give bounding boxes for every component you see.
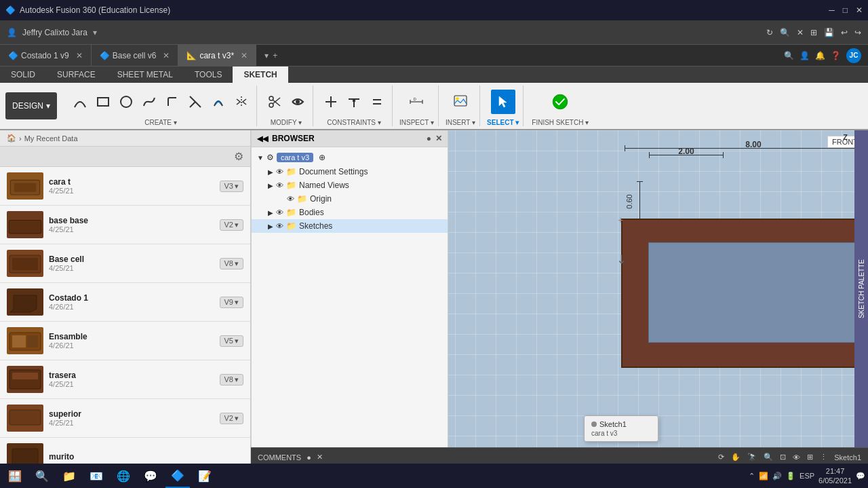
taskbar-browser[interactable]: 🌐 <box>111 464 136 488</box>
user-name[interactable]: Jeffry Calixto Jara <box>22 28 87 37</box>
browser-pin-icon[interactable]: ● <box>427 134 431 143</box>
finish-sketch-btn[interactable] <box>549 91 571 113</box>
close-button[interactable]: ✕ <box>856 5 863 15</box>
tab-costado1[interactable]: 🔷 Costado 1 v9 ✕ <box>0 45 92 66</box>
insert-image-btn[interactable] <box>450 92 471 111</box>
taskbar-keyboard[interactable]: ESP <box>800 472 814 480</box>
horizontal-constraint[interactable] <box>343 92 365 111</box>
browser-named-views[interactable]: ▶ 👁 📁 Named Views <box>252 179 448 192</box>
taskbar-word[interactable]: 📝 <box>193 464 217 488</box>
home-icon[interactable]: 🏠 <box>7 134 16 143</box>
list-item[interactable]: superior 4/25/21 V2 ▾ <box>0 399 250 438</box>
browser-collapse-icon[interactable]: ◀◀ <box>257 134 268 143</box>
root-power-icon[interactable]: ⊕ <box>319 153 326 162</box>
comments-close[interactable]: ✕ <box>317 453 323 462</box>
fillet-tool[interactable] <box>161 92 183 111</box>
browser-origin[interactable]: ▶ 👁 📁 Origin <box>252 192 448 206</box>
list-item[interactable]: base base 4/25/21 V2 ▾ <box>0 206 250 244</box>
orbit-icon[interactable]: 🔭 <box>747 453 757 462</box>
user-info[interactable]: 👤 Jeffry Calixto Jara ▾ <box>7 28 97 37</box>
tab-close-carat[interactable]: ✕ <box>241 51 248 60</box>
minimize-button[interactable]: ─ <box>829 5 835 15</box>
mirror-tool[interactable] <box>231 92 252 111</box>
browser-sketches[interactable]: ▶ 👁 📁 Sketches <box>252 219 448 233</box>
maximize-button[interactable]: □ <box>843 5 848 15</box>
list-item[interactable]: Base cell 4/25/21 V8 ▾ <box>0 244 250 283</box>
nav-cube-icon[interactable]: ⟳ <box>718 453 724 462</box>
list-item[interactable]: Costado 1 4/26/21 V9 ▾ <box>0 283 250 322</box>
circle-tool[interactable] <box>115 92 137 111</box>
search-icon[interactable]: 🔍 <box>780 28 790 37</box>
coincident-constraint[interactable] <box>320 92 342 111</box>
grid-icon[interactable]: ⊞ <box>810 28 817 37</box>
eye-icon[interactable]: 👁 <box>276 222 283 230</box>
design-dropdown[interactable]: DESIGN ▾ <box>5 92 57 119</box>
spline-tool[interactable] <box>138 92 160 111</box>
tab-sketch[interactable]: SKETCH <box>233 67 288 83</box>
dimension-tool[interactable]: D <box>406 92 427 111</box>
taskbar-notification[interactable]: 💬 <box>856 472 865 481</box>
select-btn[interactable] <box>491 90 515 114</box>
display-icon[interactable]: ⊞ <box>807 453 813 462</box>
taskbar-fusion360[interactable]: 🔷 <box>165 464 190 488</box>
taskbar-teams[interactable]: 💬 <box>138 464 163 488</box>
taskbar-search[interactable]: 🔍 <box>30 464 54 488</box>
tab-sheetmetal[interactable]: SHEET METAL <box>106 67 184 83</box>
trim-tool[interactable] <box>184 92 206 111</box>
list-item[interactable]: cara t 4/25/21 V3 ▾ <box>0 167 250 206</box>
file-version[interactable]: V8 ▾ <box>220 258 243 269</box>
browser-doc-settings[interactable]: ▶ 👁 📁 Document Settings <box>252 165 448 179</box>
project-tool[interactable] <box>287 92 309 111</box>
eye-icon[interactable]: 👁 <box>276 208 283 217</box>
browser-bodies[interactable]: ▶ 👁 📁 Bodies <box>252 206 448 219</box>
taskbar-mail[interactable]: 📧 <box>84 464 108 488</box>
undo-icon[interactable]: ↩ <box>841 28 848 37</box>
zoom-fit-icon[interactable]: ⊡ <box>780 453 786 462</box>
taskbar-windows[interactable]: 🪟 <box>3 464 27 488</box>
refresh-icon[interactable]: ↻ <box>766 28 773 37</box>
browser-root[interactable]: ▼ ⚙ cara t v3 ⊕ <box>252 150 448 165</box>
tab-solid[interactable]: SOLID <box>0 67 46 83</box>
cancel-icon[interactable]: ✕ <box>797 28 804 37</box>
zoom-icon[interactable]: 🔍 <box>764 453 773 462</box>
file-version[interactable]: V8 ▾ <box>220 374 243 386</box>
equal-constraint[interactable] <box>366 92 388 111</box>
grid-display-icon[interactable]: ⋮ <box>820 453 827 462</box>
rect-tool[interactable] <box>92 92 114 111</box>
tab-tools[interactable]: TOOLS <box>184 67 233 83</box>
eye-icon[interactable]: 👁 <box>276 181 283 189</box>
save-icon[interactable]: 💾 <box>824 28 834 37</box>
help-icon[interactable]: ❓ <box>831 51 841 60</box>
file-version[interactable]: V9 ▾ <box>220 297 243 308</box>
tab-close-costado1[interactable]: ✕ <box>76 51 83 60</box>
taskbar-sound[interactable]: 🔊 <box>772 472 782 481</box>
taskbar-network[interactable]: 📶 <box>759 472 768 481</box>
taskbar-battery[interactable]: 🔋 <box>786 472 795 481</box>
file-version[interactable]: V5 ▾ <box>220 335 243 347</box>
tab-add-icon[interactable]: + <box>273 51 277 60</box>
scissors-tool[interactable] <box>264 92 285 111</box>
eye-icon[interactable]: 👁 <box>287 195 294 203</box>
account-icon[interactable]: 👤 <box>800 51 810 60</box>
view-icon[interactable]: 👁 <box>793 453 800 462</box>
file-version[interactable]: V2 ▾ <box>220 413 243 424</box>
pan-icon[interactable]: ✋ <box>731 453 741 462</box>
taskbar-tray[interactable]: ⌃ <box>749 472 755 481</box>
tab-carat[interactable]: 📐 cara t v3* ✕ <box>178 45 256 66</box>
taskbar-datetime[interactable]: 21:47 6/05/2021 <box>818 466 852 486</box>
tab-surface[interactable]: SURFACE <box>46 67 106 83</box>
redo-icon[interactable]: ↪ <box>854 28 861 37</box>
user-dropdown-icon[interactable]: ▾ <box>93 28 97 37</box>
nav-back-icon[interactable]: 🔍 <box>784 51 794 60</box>
arc-tool[interactable] <box>69 92 91 111</box>
list-item[interactable]: trasera 4/25/21 V8 ▾ <box>0 360 250 399</box>
notification-icon[interactable]: 🔔 <box>815 51 825 60</box>
sketch-palette[interactable]: SKETCH PALETTE <box>854 130 868 447</box>
file-version[interactable]: V3 ▾ <box>220 181 243 192</box>
settings-icon[interactable]: ⚙ <box>234 150 243 163</box>
tab-overflow-icon[interactable]: ▾ <box>264 51 269 60</box>
list-item[interactable]: Ensamble 4/26/21 V5 ▾ <box>0 322 250 360</box>
eye-icon[interactable]: 👁 <box>276 168 283 176</box>
comments-label[interactable]: COMMENTS <box>258 453 301 462</box>
browser-close-icon[interactable]: ✕ <box>435 134 442 143</box>
